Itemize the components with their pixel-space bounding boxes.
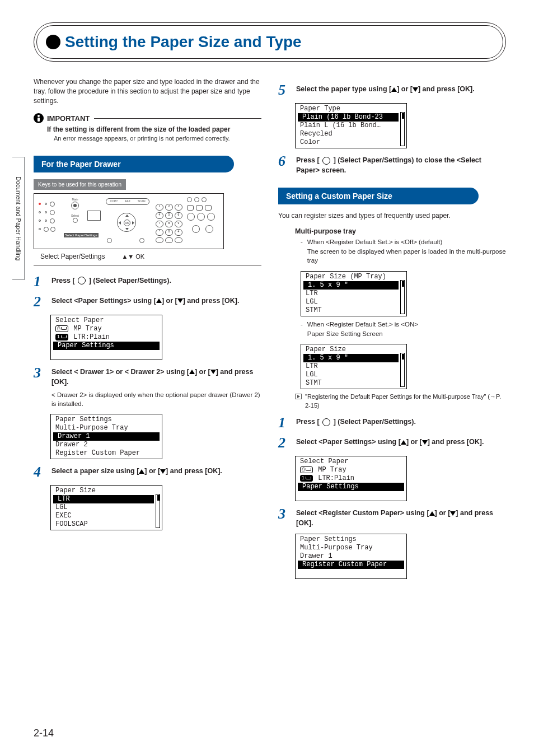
page-title: Setting the Paper Size and Type — [65, 33, 302, 51]
dash-item-2: - When <Register Default Set.> is <ON> P… — [301, 320, 506, 338]
step-r1: 1 Press [ ] (Select Paper/Settings). — [278, 416, 506, 430]
important-subtitle: If the setting is different from the siz… — [47, 125, 261, 133]
step-5: 5 Select the paper type using [] or [] a… — [278, 83, 506, 97]
important-body: An error message appears, or printing is… — [54, 134, 261, 143]
lcd-paper-settings: Paper Settings Multi-Purpose Tray Drawer… — [50, 414, 162, 459]
lcd-select-paper: Select Paper ⎙ MP Tray 1 LTR:Plain Paper… — [50, 315, 162, 360]
lcd-paper-size-2: Paper Size 1. 5 x 9 " LTR LGL STMT — [301, 344, 407, 389]
circle-key-icon — [322, 418, 330, 426]
section-custom-size: Setting a Custom Paper Size — [278, 188, 479, 204]
reference-icon — [295, 394, 302, 399]
lcd-select-paper-2: Select Paper ⎙ MP Tray 1 LTR:Plain Paper… — [295, 456, 407, 501]
circle-key-icon — [322, 157, 330, 165]
reference-link: "Registering the Default Paper Settings … — [295, 393, 506, 410]
dash-item-1: - When <Register Default Set.> is <Off> … — [301, 237, 506, 265]
panel-caption-right: ▲▼ OK — [121, 253, 144, 260]
intro-paragraph: Whenever you change the paper size and t… — [34, 77, 261, 105]
printer-panel-diagram: Main Select COPYFAXSCAN OK — [34, 193, 224, 249]
step-r3: 3 Select <Register Custom Paper> using [… — [278, 507, 506, 528]
lcd-mp-tray: Paper Size (MP Tray) 1. 5 x 9 " LTR LGL … — [301, 271, 407, 316]
circle-key-icon — [78, 277, 86, 284]
right-column: 5 Select the paper type using [] or [] a… — [278, 77, 506, 582]
step-4: 4 Select a paper size using [] or [] and… — [34, 465, 261, 479]
step-r2: 2 Select <Paper Settings> using [] or []… — [278, 436, 506, 450]
important-heading: IMPORTANT — [34, 113, 261, 123]
panel-caption-left: Select Paper/Settings — [40, 253, 105, 260]
step-1: 1 Press [ ] (Select Paper/Settings). — [34, 274, 261, 289]
multi-tray-heading: Multi-purpose tray — [295, 227, 506, 235]
step-2: 2 Select <Paper Settings> using [] or []… — [34, 295, 261, 309]
lcd-paper-size: Paper Size LTR LGL EXEC FOOLSCAP — [50, 485, 162, 530]
step-6: 6 Press [ ] (Select Paper/Settings) to c… — [278, 154, 506, 175]
step-3: 3 Select < Drawer 1> or < Drawer 2> usin… — [34, 366, 261, 408]
side-tab: Document and Paper Handling — [12, 157, 25, 280]
page-number: 2-14 — [34, 727, 54, 739]
lcd-paper-settings-2: Paper Settings Multi-Purpose Tray Drawer… — [295, 534, 407, 579]
custom-intro: You can register sizes and types of freq… — [278, 211, 506, 221]
section-paper-drawer: For the Paper Drawer — [34, 156, 234, 172]
left-column: Whenever you change the paper size and t… — [34, 77, 261, 582]
important-label: IMPORTANT — [47, 114, 90, 123]
title-bullet-icon — [46, 35, 60, 49]
page-title-frame: Setting the Paper Size and Type — [34, 22, 506, 62]
panel-highlight-label: Select Paper/Settings — [64, 233, 99, 237]
important-icon — [34, 113, 44, 123]
panel-caption: Select Paper/Settings ▲▼ OK — [40, 253, 261, 260]
lcd-paper-type: Paper Type Plain (16 lb Bond-23 Plain L … — [295, 103, 407, 148]
keys-label: Keys to be used for this operation — [34, 179, 126, 190]
